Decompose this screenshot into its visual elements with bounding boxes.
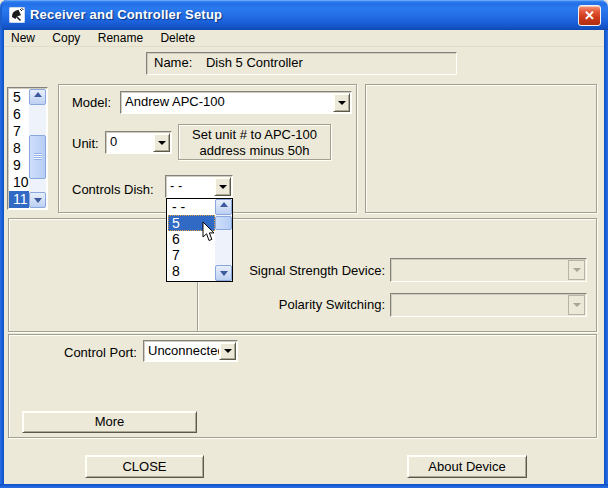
dropdown-scrollbar[interactable] <box>215 199 232 281</box>
more-button[interactable]: More <box>22 411 197 433</box>
close-button[interactable]: CLOSE <box>85 455 204 478</box>
polarity-combobox <box>390 293 587 317</box>
signal-strength-value <box>395 259 568 281</box>
model-label: Model: <box>72 95 111 110</box>
receiver-controller-setup-dialog: Receiver and Controller Setup ✕ New Copy… <box>0 0 608 488</box>
control-port-combobox[interactable]: Unconnected <box>143 340 238 362</box>
scroll-up-button[interactable] <box>215 199 232 215</box>
window-border-right <box>604 30 608 484</box>
name-value: Dish 5 Controller <box>206 55 303 70</box>
controls-dish-dropdown-button[interactable] <box>214 177 231 196</box>
controls-dish-value: - - <box>170 176 214 197</box>
mouse-cursor-icon <box>202 221 216 242</box>
list-item[interactable]: 8 <box>9 140 30 157</box>
close-window-button[interactable]: ✕ <box>578 5 601 26</box>
list-item[interactable]: 9 <box>9 157 30 174</box>
unit-info-box: Set unit # to APC-100 address minus 50h <box>178 124 331 160</box>
controls-dish-label: Controls Dish: <box>72 182 154 197</box>
scroll-up-button[interactable] <box>29 89 46 105</box>
signal-strength-combobox <box>390 258 587 282</box>
unit-label: Unit: <box>72 136 99 151</box>
menu-bar: New Copy Rename Delete <box>4 30 604 47</box>
list-item-selected[interactable]: 11 <box>9 191 30 208</box>
name-display-box: Name: Dish 5 Controller <box>146 52 457 75</box>
menu-delete[interactable]: Delete <box>153 30 202 45</box>
name-label: Name: <box>154 55 192 70</box>
model-dropdown-button[interactable] <box>333 93 350 112</box>
polarity-value <box>395 294 568 316</box>
unit-info-line1: Set unit # to APC-100 <box>179 127 330 143</box>
listbox-scrollbar[interactable] <box>29 89 46 208</box>
dropdown-option[interactable]: 7 <box>168 247 215 263</box>
window-title: Receiver and Controller Setup <box>30 7 222 22</box>
control-port-dropdown-button[interactable] <box>219 342 236 360</box>
scroll-down-button[interactable] <box>29 192 46 208</box>
dropdown-option[interactable]: - - <box>168 199 215 215</box>
list-item[interactable]: 10 <box>9 174 30 191</box>
dropdown-option[interactable]: 8 <box>168 263 215 279</box>
list-item[interactable]: 7 <box>9 123 30 140</box>
dish-number-listbox[interactable]: 5 6 7 8 9 10 11 <box>7 87 48 210</box>
scrollbar-thumb[interactable] <box>29 135 46 179</box>
menu-new[interactable]: New <box>4 30 42 45</box>
model-value: Andrew APC-100 <box>125 92 333 113</box>
menu-rename[interactable]: Rename <box>91 30 150 45</box>
control-port-label: Control Port: <box>64 345 137 360</box>
unit-value: 0 <box>110 132 153 153</box>
satellite-dish-icon <box>9 7 25 23</box>
scrollbar-thumb[interactable] <box>215 216 232 230</box>
empty-groupbox <box>365 84 597 213</box>
scroll-down-button[interactable] <box>215 265 232 281</box>
window-border-left <box>0 30 4 484</box>
signal-strength-dropdown-button <box>568 260 585 280</box>
controls-dish-open-list[interactable]: - - 5 6 7 8 <box>166 198 233 282</box>
title-bar[interactable]: Receiver and Controller Setup ✕ <box>0 0 608 30</box>
polarity-dropdown-button <box>568 295 585 315</box>
polarity-label: Polarity Switching: <box>200 297 385 312</box>
list-item[interactable]: 5 <box>9 89 30 106</box>
controls-dish-combobox[interactable]: - - <box>165 175 233 198</box>
window-border-bottom <box>0 484 608 488</box>
model-combobox[interactable]: Andrew APC-100 <box>120 91 352 114</box>
about-device-button[interactable]: About Device <box>407 455 527 478</box>
unit-combobox[interactable]: 0 <box>105 131 172 154</box>
list-item[interactable]: 6 <box>9 106 30 123</box>
control-port-value: Unconnected <box>148 341 219 361</box>
menu-copy[interactable]: Copy <box>45 30 87 45</box>
unit-dropdown-button[interactable] <box>153 133 170 152</box>
unit-info-line2: address minus 50h <box>179 143 330 159</box>
